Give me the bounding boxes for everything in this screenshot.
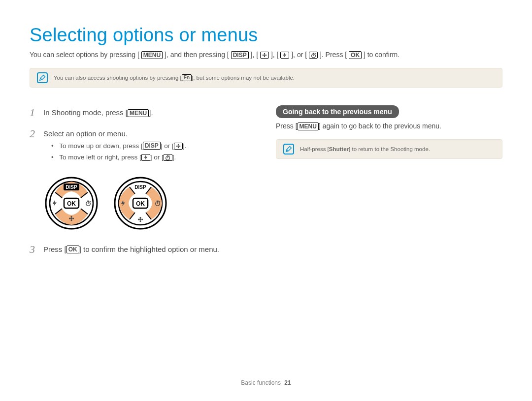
note-text: Half-press [Shutter] to return to the Sh…: [300, 146, 430, 152]
note-pencil-icon: [283, 144, 294, 154]
step-text: In Shooting mode, press [MENU].: [43, 105, 256, 121]
intro-text: ], [: [251, 51, 259, 59]
list-item: To move up or down, press [DISP] or [].: [51, 142, 256, 151]
content-columns: 1 In Shooting mode, press [MENU]. 2 Sele…: [30, 105, 502, 263]
shutter-label: Shutter: [329, 146, 349, 152]
menu-button-label: MENU: [298, 123, 319, 130]
menu-button-label: MENU: [128, 109, 149, 117]
ok-button-label: OK: [349, 51, 362, 59]
svg-text:DISP: DISP: [66, 185, 77, 190]
intro-paragraph: You can select options by pressing [ MEN…: [30, 50, 502, 60]
dial-vertical: OK DISP: [44, 176, 99, 230]
flash-icon: [280, 52, 289, 59]
dial-horizontal: OK DISP: [113, 176, 167, 230]
page-title: Selecting options or menus: [30, 25, 502, 46]
step-text: Select an option or menu. To move up or …: [43, 126, 256, 169]
disp-button-label: DISP: [143, 142, 161, 150]
note-pencil-icon: [37, 72, 48, 83]
step-text: Press [OK] to confirm the highlighted op…: [43, 242, 256, 257]
intro-text: ], [: [271, 51, 279, 59]
step-3: 3 Press [OK] to confirm the highlighted …: [30, 242, 256, 257]
timer-icon: [164, 154, 172, 161]
flower-icon: [260, 52, 269, 59]
timer-icon: [309, 52, 318, 59]
section-heading-pill: Going back to the previous menu: [276, 105, 399, 118]
footer-section: Basic functions: [241, 379, 281, 386]
svg-text:OK: OK: [136, 200, 145, 207]
intro-text: ], or [: [291, 51, 307, 59]
intro-text: ], and then pressing [: [165, 51, 229, 59]
intro-text: You can select options by pressing [: [30, 51, 139, 59]
page-footer: Basic functions 21: [0, 379, 532, 386]
manual-page: Selecting options or menus You can selec…: [0, 0, 532, 401]
note-text: You can also access shooting options by …: [54, 74, 295, 81]
note-box: You can also access shooting options by …: [30, 68, 502, 88]
svg-text:DISP: DISP: [134, 185, 146, 190]
disp-button-label: DISP: [231, 51, 249, 59]
ok-button-label: OK: [66, 246, 79, 253]
fn-button-label: Fn: [182, 74, 192, 81]
flower-icon: [174, 143, 183, 150]
flash-icon: [141, 154, 150, 161]
step-number: 1: [30, 105, 38, 121]
menu-button-label: MENU: [141, 51, 163, 59]
svg-text:OK: OK: [67, 200, 76, 207]
dial-illustrations: OK DISP: [44, 176, 256, 230]
goback-text: Press [MENU] again to go back to the pre…: [276, 122, 502, 130]
footer-page-number: 21: [284, 379, 291, 386]
step-2-bullets: To move up or down, press [DISP] or []. …: [51, 142, 256, 162]
intro-text: ]. Press [: [320, 51, 347, 59]
step-number: 3: [30, 242, 38, 257]
list-item: To move left or right, press [] or [].: [51, 153, 256, 162]
step-2: 2 Select an option or menu. To move up o…: [30, 126, 256, 169]
intro-text: ] to confirm.: [364, 51, 399, 59]
note-box: Half-press [Shutter] to return to the Sh…: [276, 139, 502, 159]
step-number: 2: [30, 126, 38, 169]
step-1: 1 In Shooting mode, press [MENU].: [30, 105, 256, 121]
right-column: Going back to the previous menu Press [M…: [276, 105, 502, 263]
left-column: 1 In Shooting mode, press [MENU]. 2 Sele…: [30, 105, 256, 263]
